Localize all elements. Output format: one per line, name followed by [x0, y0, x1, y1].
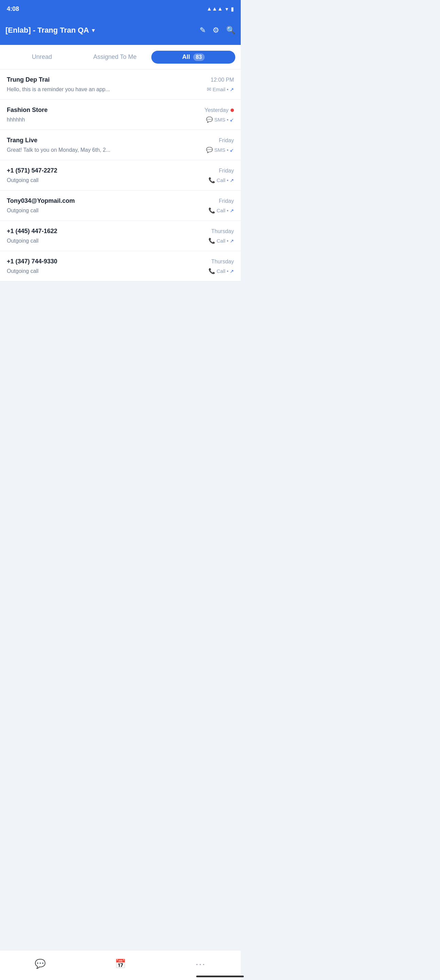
unread-dot-2 [230, 108, 234, 112]
conv-dot-7: • [227, 268, 229, 274]
conv-meta-1: ✉ Email • ↗ [207, 86, 234, 92]
tab-all[interactable]: All 83 [151, 51, 235, 64]
tab-assigned[interactable]: Assigned To Me [79, 51, 152, 63]
conv-preview-2: hhhhhh [7, 117, 129, 123]
conv-preview-4: Outgoing call [7, 177, 129, 183]
conv-time-1: 12:00 PM [211, 77, 234, 83]
conv-meta-4: 📞 Call • ↗ [208, 177, 234, 183]
sms-icon-3: 💬 [206, 147, 213, 153]
chevron-down-icon[interactable]: ▾ [92, 27, 95, 34]
conv-channel-1: Email [213, 86, 226, 92]
search-button[interactable]: 🔍 [226, 26, 235, 35]
nav-calendar[interactable]: 📅 [80, 956, 160, 972]
conv-channel-4: Call [217, 177, 226, 183]
conv-time-3: Friday [219, 137, 234, 143]
outgoing-arrow-5: ↗ [230, 208, 234, 213]
call-icon-6: 📞 [208, 237, 215, 244]
outgoing-arrow-4: ↗ [230, 178, 234, 183]
conv-name-7: +1 (347) 744-9330 [7, 258, 57, 265]
conv-dot-4: • [227, 177, 229, 183]
conversation-item-6[interactable]: +1 (445) 447-1622 Thursday Outgoing call… [0, 221, 241, 251]
conv-channel-6: Call [217, 238, 226, 243]
conv-meta-7: 📞 Call • ↗ [208, 268, 234, 274]
tab-unread[interactable]: Unread [5, 51, 79, 63]
conv-name-6: +1 (445) 447-1622 [7, 228, 57, 235]
conv-time-6: Thursday [211, 228, 234, 234]
conv-meta-6: 📞 Call • ↗ [208, 237, 234, 244]
status-icons: ▲▲▲ ▾ ▮ [206, 6, 234, 12]
sms-icon-2: 💬 [206, 116, 213, 123]
conv-name-4: +1 (571) 547-2272 [7, 167, 57, 174]
conversation-item-7[interactable]: +1 (347) 744-9330 Thursday Outgoing call… [0, 251, 241, 282]
conv-preview-1: Hello, this is a reminder you have an ap… [7, 86, 129, 92]
conversation-list: Trung Dep Trai 12:00 PM Hello, this is a… [0, 69, 241, 315]
conv-preview-7: Outgoing call [7, 268, 129, 274]
conversation-item-4[interactable]: +1 (571) 547-2272 Friday Outgoing call 📞… [0, 160, 241, 191]
conv-preview-5: Outgoing call [7, 208, 129, 214]
status-time: 4:08 [7, 5, 19, 13]
nav-conversations[interactable]: 💬 [0, 956, 80, 972]
conv-preview-3: Great! Talk to you on Monday, May 6th, 2… [7, 147, 129, 153]
conv-dot-2: • [227, 117, 229, 123]
conv-name-2: Fashion Store [7, 107, 48, 114]
tab-all-badge: 83 [193, 53, 205, 61]
calendar-nav-icon: 📅 [115, 959, 126, 969]
conversation-item-5[interactable]: Tony034@Yopmail.com Friday Outgoing call… [0, 191, 241, 221]
conv-name-3: Trang Live [7, 137, 37, 144]
conv-name-1: Trung Dep Trai [7, 76, 50, 83]
filter-button[interactable]: ⚙ [213, 26, 219, 35]
conversation-item-1[interactable]: Trung Dep Trai 12:00 PM Hello, this is a… [0, 69, 241, 100]
call-icon-4: 📞 [208, 177, 215, 183]
conversation-item-2[interactable]: Fashion Store Yesterday hhhhhh 💬 SMS • ↙ [0, 100, 241, 130]
conv-preview-6: Outgoing call [7, 238, 129, 244]
more-nav-icon: ··· [195, 959, 205, 969]
conv-dot-5: • [227, 208, 229, 213]
conv-meta-5: 📞 Call • ↗ [208, 207, 234, 214]
nav-more[interactable]: ··· [160, 956, 241, 972]
conversation-item-3[interactable]: Trang Live Friday Great! Talk to you on … [0, 130, 241, 160]
incoming-arrow-2: ↙ [230, 117, 234, 123]
call-icon-7: 📞 [208, 268, 215, 274]
conv-dot-1: • [227, 86, 229, 92]
conv-channel-5: Call [217, 208, 226, 213]
wifi-icon: ▾ [226, 6, 228, 12]
conv-channel-2: SMS [214, 117, 226, 123]
compose-button[interactable]: ✎ [200, 26, 206, 35]
header-title-row: [Enlab] - Trang Tran QA ▾ [5, 26, 200, 35]
header: [Enlab] - Trang Tran QA ▾ ✎ ⚙ 🔍 [0, 18, 241, 45]
conversations-nav-icon: 💬 [35, 959, 46, 969]
conv-time-5: Friday [219, 198, 234, 204]
conv-channel-3: SMS [214, 147, 226, 153]
outgoing-arrow-7: ↗ [230, 269, 234, 274]
conv-meta-3: 💬 SMS • ↙ [206, 147, 234, 153]
outgoing-arrow-1: ↗ [230, 87, 234, 92]
conv-dot-3: • [227, 147, 229, 153]
filter-tabs: Unread Assigned To Me All 83 [0, 45, 241, 69]
conv-channel-7: Call [217, 268, 226, 274]
conv-time-2: Yesterday [204, 107, 234, 113]
battery-icon: ▮ [231, 6, 234, 12]
tab-all-label: All [182, 53, 190, 60]
conv-time-7: Thursday [211, 259, 234, 265]
status-bar: 4:08 ▲▲▲ ▾ ▮ [0, 0, 241, 18]
outgoing-arrow-6: ↗ [230, 238, 234, 243]
incoming-arrow-3: ↙ [230, 147, 234, 153]
header-actions: ✎ ⚙ 🔍 [200, 26, 235, 35]
email-icon-1: ✉ [207, 86, 211, 92]
signal-icon: ▲▲▲ [206, 6, 223, 12]
conversations-container: Trung Dep Trai 12:00 PM Hello, this is a… [0, 69, 241, 282]
home-indicator [196, 975, 241, 977]
conv-name-5: Tony034@Yopmail.com [7, 197, 75, 205]
tab-assigned-label: Assigned To Me [93, 53, 137, 60]
conv-meta-2: 💬 SMS • ↙ [206, 116, 234, 123]
header-title: [Enlab] - Trang Tran QA [5, 26, 89, 35]
tab-unread-label: Unread [32, 53, 52, 60]
call-icon-5: 📞 [208, 207, 215, 214]
conv-time-4: Friday [219, 168, 234, 174]
conv-dot-6: • [227, 238, 229, 243]
